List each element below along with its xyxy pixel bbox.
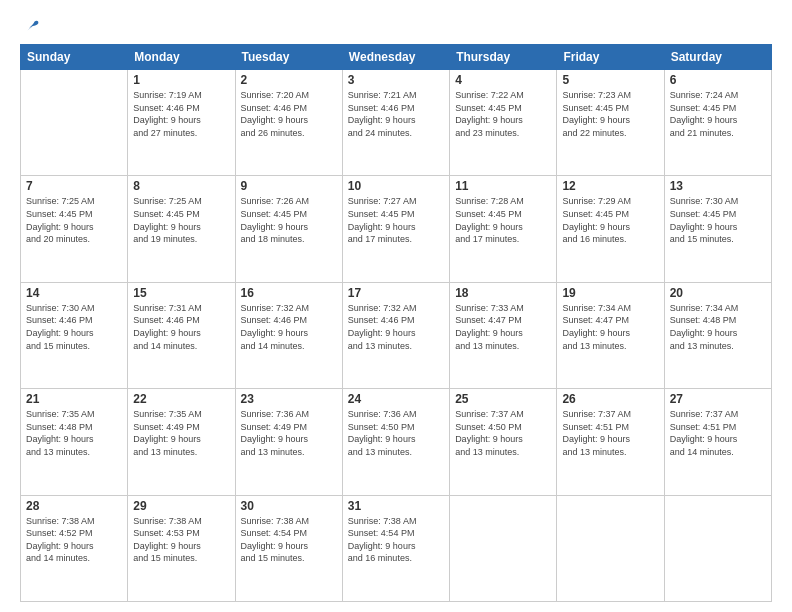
day-number: 25: [455, 392, 551, 406]
logo: [20, 18, 40, 34]
weekday-header-monday: Monday: [128, 45, 235, 70]
day-info: Sunrise: 7:25 AM Sunset: 4:45 PM Dayligh…: [26, 195, 122, 245]
calendar-cell-5-5: [450, 495, 557, 601]
calendar-cell-2-4: 10Sunrise: 7:27 AM Sunset: 4:45 PM Dayli…: [342, 176, 449, 282]
calendar-cell-5-2: 29Sunrise: 7:38 AM Sunset: 4:53 PM Dayli…: [128, 495, 235, 601]
calendar-cell-2-2: 8Sunrise: 7:25 AM Sunset: 4:45 PM Daylig…: [128, 176, 235, 282]
day-info: Sunrise: 7:38 AM Sunset: 4:54 PM Dayligh…: [241, 515, 337, 565]
day-number: 1: [133, 73, 229, 87]
week-row-1: 1Sunrise: 7:19 AM Sunset: 4:46 PM Daylig…: [21, 70, 772, 176]
calendar-cell-1-2: 1Sunrise: 7:19 AM Sunset: 4:46 PM Daylig…: [128, 70, 235, 176]
calendar-cell-5-6: [557, 495, 664, 601]
day-info: Sunrise: 7:34 AM Sunset: 4:48 PM Dayligh…: [670, 302, 766, 352]
calendar-cell-2-5: 11Sunrise: 7:28 AM Sunset: 4:45 PM Dayli…: [450, 176, 557, 282]
day-number: 30: [241, 499, 337, 513]
day-info: Sunrise: 7:32 AM Sunset: 4:46 PM Dayligh…: [348, 302, 444, 352]
calendar-cell-5-7: [664, 495, 771, 601]
day-number: 24: [348, 392, 444, 406]
day-number: 16: [241, 286, 337, 300]
calendar-cell-3-1: 14Sunrise: 7:30 AM Sunset: 4:46 PM Dayli…: [21, 282, 128, 388]
day-number: 2: [241, 73, 337, 87]
day-info: Sunrise: 7:33 AM Sunset: 4:47 PM Dayligh…: [455, 302, 551, 352]
weekday-header-saturday: Saturday: [664, 45, 771, 70]
day-info: Sunrise: 7:37 AM Sunset: 4:51 PM Dayligh…: [670, 408, 766, 458]
calendar-cell-3-7: 20Sunrise: 7:34 AM Sunset: 4:48 PM Dayli…: [664, 282, 771, 388]
calendar-cell-2-6: 12Sunrise: 7:29 AM Sunset: 4:45 PM Dayli…: [557, 176, 664, 282]
day-number: 17: [348, 286, 444, 300]
weekday-header-tuesday: Tuesday: [235, 45, 342, 70]
day-info: Sunrise: 7:23 AM Sunset: 4:45 PM Dayligh…: [562, 89, 658, 139]
day-number: 6: [670, 73, 766, 87]
calendar-cell-1-4: 3Sunrise: 7:21 AM Sunset: 4:46 PM Daylig…: [342, 70, 449, 176]
calendar-cell-1-7: 6Sunrise: 7:24 AM Sunset: 4:45 PM Daylig…: [664, 70, 771, 176]
logo-text: [20, 18, 40, 36]
calendar-cell-5-4: 31Sunrise: 7:38 AM Sunset: 4:54 PM Dayli…: [342, 495, 449, 601]
calendar-cell-1-6: 5Sunrise: 7:23 AM Sunset: 4:45 PM Daylig…: [557, 70, 664, 176]
calendar-cell-4-1: 21Sunrise: 7:35 AM Sunset: 4:48 PM Dayli…: [21, 389, 128, 495]
calendar-cell-4-6: 26Sunrise: 7:37 AM Sunset: 4:51 PM Dayli…: [557, 389, 664, 495]
day-number: 20: [670, 286, 766, 300]
calendar-cell-2-3: 9Sunrise: 7:26 AM Sunset: 4:45 PM Daylig…: [235, 176, 342, 282]
calendar-cell-4-2: 22Sunrise: 7:35 AM Sunset: 4:49 PM Dayli…: [128, 389, 235, 495]
day-number: 21: [26, 392, 122, 406]
day-info: Sunrise: 7:35 AM Sunset: 4:48 PM Dayligh…: [26, 408, 122, 458]
calendar-cell-3-3: 16Sunrise: 7:32 AM Sunset: 4:46 PM Dayli…: [235, 282, 342, 388]
day-number: 26: [562, 392, 658, 406]
day-number: 15: [133, 286, 229, 300]
calendar-cell-4-4: 24Sunrise: 7:36 AM Sunset: 4:50 PM Dayli…: [342, 389, 449, 495]
day-number: 28: [26, 499, 122, 513]
calendar-page: SundayMondayTuesdayWednesdayThursdayFrid…: [0, 0, 792, 612]
day-info: Sunrise: 7:34 AM Sunset: 4:47 PM Dayligh…: [562, 302, 658, 352]
calendar-cell-5-1: 28Sunrise: 7:38 AM Sunset: 4:52 PM Dayli…: [21, 495, 128, 601]
calendar-cell-3-2: 15Sunrise: 7:31 AM Sunset: 4:46 PM Dayli…: [128, 282, 235, 388]
day-info: Sunrise: 7:38 AM Sunset: 4:53 PM Dayligh…: [133, 515, 229, 565]
week-row-4: 21Sunrise: 7:35 AM Sunset: 4:48 PM Dayli…: [21, 389, 772, 495]
day-number: 18: [455, 286, 551, 300]
logo-bird-icon: [22, 18, 40, 36]
calendar-cell-4-7: 27Sunrise: 7:37 AM Sunset: 4:51 PM Dayli…: [664, 389, 771, 495]
calendar-cell-4-5: 25Sunrise: 7:37 AM Sunset: 4:50 PM Dayli…: [450, 389, 557, 495]
day-info: Sunrise: 7:22 AM Sunset: 4:45 PM Dayligh…: [455, 89, 551, 139]
day-number: 27: [670, 392, 766, 406]
day-number: 29: [133, 499, 229, 513]
calendar-cell-3-6: 19Sunrise: 7:34 AM Sunset: 4:47 PM Dayli…: [557, 282, 664, 388]
day-info: Sunrise: 7:29 AM Sunset: 4:45 PM Dayligh…: [562, 195, 658, 245]
day-info: Sunrise: 7:37 AM Sunset: 4:50 PM Dayligh…: [455, 408, 551, 458]
calendar-cell-4-3: 23Sunrise: 7:36 AM Sunset: 4:49 PM Dayli…: [235, 389, 342, 495]
weekday-header-thursday: Thursday: [450, 45, 557, 70]
day-number: 12: [562, 179, 658, 193]
day-info: Sunrise: 7:36 AM Sunset: 4:49 PM Dayligh…: [241, 408, 337, 458]
day-number: 22: [133, 392, 229, 406]
calendar-cell-1-5: 4Sunrise: 7:22 AM Sunset: 4:45 PM Daylig…: [450, 70, 557, 176]
calendar-table: SundayMondayTuesdayWednesdayThursdayFrid…: [20, 44, 772, 602]
calendar-cell-1-3: 2Sunrise: 7:20 AM Sunset: 4:46 PM Daylig…: [235, 70, 342, 176]
weekday-header-sunday: Sunday: [21, 45, 128, 70]
day-number: 31: [348, 499, 444, 513]
calendar-cell-3-4: 17Sunrise: 7:32 AM Sunset: 4:46 PM Dayli…: [342, 282, 449, 388]
weekday-header-friday: Friday: [557, 45, 664, 70]
day-info: Sunrise: 7:25 AM Sunset: 4:45 PM Dayligh…: [133, 195, 229, 245]
calendar-cell-5-3: 30Sunrise: 7:38 AM Sunset: 4:54 PM Dayli…: [235, 495, 342, 601]
day-number: 7: [26, 179, 122, 193]
day-number: 9: [241, 179, 337, 193]
day-info: Sunrise: 7:27 AM Sunset: 4:45 PM Dayligh…: [348, 195, 444, 245]
day-info: Sunrise: 7:36 AM Sunset: 4:50 PM Dayligh…: [348, 408, 444, 458]
day-info: Sunrise: 7:31 AM Sunset: 4:46 PM Dayligh…: [133, 302, 229, 352]
weekday-header-row: SundayMondayTuesdayWednesdayThursdayFrid…: [21, 45, 772, 70]
day-info: Sunrise: 7:32 AM Sunset: 4:46 PM Dayligh…: [241, 302, 337, 352]
day-info: Sunrise: 7:30 AM Sunset: 4:45 PM Dayligh…: [670, 195, 766, 245]
day-number: 19: [562, 286, 658, 300]
day-info: Sunrise: 7:38 AM Sunset: 4:52 PM Dayligh…: [26, 515, 122, 565]
day-number: 4: [455, 73, 551, 87]
day-number: 10: [348, 179, 444, 193]
day-info: Sunrise: 7:24 AM Sunset: 4:45 PM Dayligh…: [670, 89, 766, 139]
day-number: 23: [241, 392, 337, 406]
calendar-cell-3-5: 18Sunrise: 7:33 AM Sunset: 4:47 PM Dayli…: [450, 282, 557, 388]
day-number: 11: [455, 179, 551, 193]
day-info: Sunrise: 7:20 AM Sunset: 4:46 PM Dayligh…: [241, 89, 337, 139]
day-info: Sunrise: 7:37 AM Sunset: 4:51 PM Dayligh…: [562, 408, 658, 458]
day-info: Sunrise: 7:28 AM Sunset: 4:45 PM Dayligh…: [455, 195, 551, 245]
calendar-cell-2-1: 7Sunrise: 7:25 AM Sunset: 4:45 PM Daylig…: [21, 176, 128, 282]
day-number: 8: [133, 179, 229, 193]
week-row-3: 14Sunrise: 7:30 AM Sunset: 4:46 PM Dayli…: [21, 282, 772, 388]
